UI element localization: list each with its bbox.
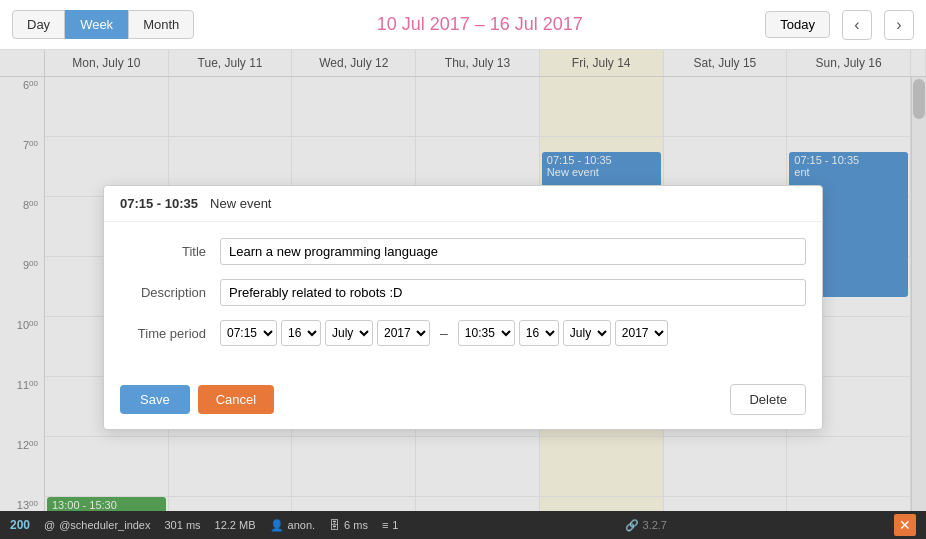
description-input[interactable] — [220, 279, 806, 306]
queries-value: 1 — [392, 519, 398, 531]
description-label: Description — [120, 285, 220, 300]
start-month-select[interactable]: July — [325, 320, 373, 346]
prev-button[interactable]: ‹ — [842, 10, 872, 40]
view-week-button[interactable]: Week — [65, 10, 128, 39]
user-value: anon. — [288, 519, 316, 531]
time-item: 301 ms — [164, 519, 200, 531]
symfony-version: 🔗 3.2.7 — [625, 519, 667, 532]
view-buttons: Day Week Month — [12, 10, 194, 39]
nav-controls: Today ‹ › — [765, 10, 914, 40]
event-modal: 07:15 - 10:35 New event Title Descriptio… — [103, 185, 823, 430]
db-time-value: 6 ms — [344, 519, 368, 531]
route-item: @ @scheduler_index — [44, 519, 150, 531]
end-month-select[interactable]: July — [563, 320, 611, 346]
user-icon: 👤 — [270, 519, 284, 532]
modal-new-event-label: New event — [210, 196, 271, 211]
time-value: 301 ms — [164, 519, 200, 531]
calendar-container: Mon, July 10 Tue, July 11 Wed, July 12 T… — [0, 50, 926, 537]
save-button[interactable]: Save — [120, 385, 190, 414]
top-bar: Day Week Month 10 Jul 2017 – 16 Jul 2017… — [0, 0, 926, 50]
db-item: 🗄 6 ms — [329, 519, 368, 531]
memory-value: 12.2 MB — [215, 519, 256, 531]
title-input[interactable] — [220, 238, 806, 265]
symfony-version-label: 3.2.7 — [643, 519, 667, 531]
time-period-row: Time period 07:15 16 July 2017 — [120, 320, 806, 346]
date-range: 10 Jul 2017 – 16 Jul 2017 — [194, 14, 765, 35]
queries-item: ≡ 1 — [382, 519, 399, 531]
time-separator: – — [434, 325, 454, 341]
view-month-button[interactable]: Month — [128, 10, 194, 39]
status-close-button[interactable]: ✕ — [894, 514, 916, 536]
symfony-logo: 🔗 — [625, 519, 639, 531]
start-minute-select[interactable]: 16 — [281, 320, 321, 346]
start-hour-select[interactable]: 07:15 — [220, 320, 277, 346]
modal-event-time: 07:15 - 10:35 — [120, 196, 198, 211]
db-icon: 🗄 — [329, 519, 340, 531]
modal-overlay: 07:15 - 10:35 New event Title Descriptio… — [0, 50, 926, 537]
status-bar: 200 @ @scheduler_index 301 ms 12.2 MB 👤 … — [0, 511, 926, 539]
memory-item: 12.2 MB — [215, 519, 256, 531]
time-selects: 07:15 16 July 2017 – 10:35 — [220, 320, 668, 346]
delete-button[interactable]: Delete — [730, 384, 806, 415]
next-button[interactable]: › — [884, 10, 914, 40]
modal-body: Title Description Time period 07:15 — [104, 222, 822, 376]
route-label: @scheduler_index — [59, 519, 150, 531]
start-year-select[interactable]: 2017 — [377, 320, 430, 346]
view-day-button[interactable]: Day — [12, 10, 65, 39]
queries-icon: ≡ — [382, 519, 388, 531]
route-icon: @ — [44, 519, 55, 531]
status-code: 200 — [10, 518, 30, 532]
today-button[interactable]: Today — [765, 11, 830, 38]
modal-header: 07:15 - 10:35 New event — [104, 186, 822, 222]
user-item: 👤 anon. — [270, 519, 316, 532]
end-minute-select[interactable]: 16 — [519, 320, 559, 346]
end-year-select[interactable]: 2017 — [615, 320, 668, 346]
end-hour-select[interactable]: 10:35 — [458, 320, 515, 346]
modal-footer: Save Cancel Delete — [104, 376, 822, 429]
title-label: Title — [120, 244, 220, 259]
time-period-label: Time period — [120, 326, 220, 341]
cancel-button[interactable]: Cancel — [198, 385, 274, 414]
description-row: Description — [120, 279, 806, 306]
title-row: Title — [120, 238, 806, 265]
